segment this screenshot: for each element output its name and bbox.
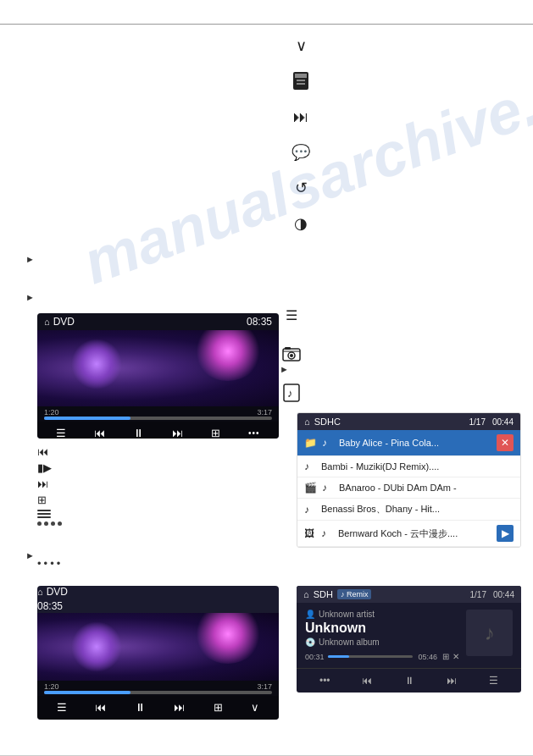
sdh-count: 1/17: [470, 590, 486, 599]
progress-bar-bg-bottom[interactable]: [44, 691, 272, 694]
sdh-controls: ••• ⏮ ⏸ ⏭ ☰: [297, 668, 521, 693]
arrow-marker-2: ►: [25, 292, 35, 302]
svg-rect-3: [297, 83, 305, 85]
next-ctrl-bottom[interactable]: ⏭: [170, 699, 188, 715]
brightness-icon[interactable]: ◑: [289, 212, 313, 235]
menu-ctrl-bottom[interactable]: ☰: [53, 699, 70, 715]
dvd-time-bottom: 08:35: [37, 600, 63, 612]
dot3: •: [50, 557, 54, 570]
dvd-player-top: ⌂ DVD 08:35 1:20 3:17 ☰ ⏮ ⏸ ⏭ ⊞ •••: [37, 313, 279, 439]
sdhc-source: SDHC: [314, 417, 341, 427]
arrow-marker-1: ►: [25, 254, 35, 264]
dots-small[interactable]: [37, 521, 62, 526]
prev-ctrl-top[interactable]: ⏮: [91, 425, 108, 439]
svg-rect-5: [285, 347, 291, 350]
playlist-item-1[interactable]: 📁 ♪ Baby Alice - Pina Cola... ✕: [297, 430, 520, 456]
grid-ctrl-bottom[interactable]: ⊞: [210, 699, 226, 715]
item-text-2: Bambi - Muziki(DJ Remix)....: [321, 461, 514, 472]
progress-bar-fill-bottom: [44, 691, 130, 694]
player-controls-top: ☰ ⏮ ⏸ ⏭ ⊞ •••: [37, 422, 279, 439]
playlist-item-2[interactable]: ♪ Bambi - Muziki(DJ Remix)....: [297, 456, 520, 477]
sdh-progress[interactable]: 00:31 05:46 ⊞ ✕: [305, 652, 459, 661]
playlist-item-4[interactable]: ♪ Benassi Bros、Dhany - Hit...: [297, 499, 520, 521]
close-btn-1[interactable]: ✕: [497, 434, 514, 451]
next-small[interactable]: ⏭: [37, 477, 48, 490]
dvd-video-area-top: [37, 330, 279, 406]
ctrl-row-5: [37, 510, 62, 518]
ctrl-row-6: [37, 521, 62, 526]
expand-ctrl-bottom[interactable]: ∨: [247, 699, 263, 715]
sdh-list[interactable]: ☰: [485, 673, 502, 688]
progress-area-bottom: 1:20 3:17: [37, 681, 279, 696]
sdh-badge: ♪ Remix: [337, 589, 372, 599]
svg-rect-2: [297, 80, 305, 81]
dvd-header-top: ⌂ DVD 08:35: [37, 313, 279, 330]
bubble-icon[interactable]: 💬: [289, 141, 313, 164]
menu-ctrl-top[interactable]: ☰: [53, 425, 69, 439]
sdh-next[interactable]: ⏭: [442, 673, 461, 688]
sdhc-count: 1/17: [469, 417, 486, 427]
grid-small[interactable]: ⊞: [37, 494, 47, 506]
item-text-3: BAnaroo - DUbi DAm DAm -: [339, 483, 514, 493]
sdhc-header-right: 1/17 00:44: [469, 417, 514, 427]
dvd-source-bottom: DVD: [47, 586, 68, 598]
bottom-dots-left: • • • •: [37, 557, 60, 570]
playlist-item-3[interactable]: 🎬 ♪ BAnaroo - DUbi DAm DAm -: [297, 477, 520, 499]
svg-text:♪: ♪: [287, 387, 293, 400]
chevron-down-icon[interactable]: ∨: [289, 34, 313, 58]
sdh-artist: 👤 Unknown artist: [305, 610, 459, 619]
more-ctrl-top[interactable]: •••: [245, 427, 264, 439]
sdh-pause[interactable]: ⏸: [400, 673, 419, 688]
music-icon-2: ♪: [304, 461, 316, 472]
sdh-prev[interactable]: ⏮: [358, 673, 376, 688]
repeat-icon[interactable]: ↺: [289, 176, 313, 200]
music-note-icon[interactable]: ♪: [280, 381, 303, 405]
pause-ctrl-bottom[interactable]: ⏸: [131, 699, 149, 715]
dvd-player-bottom: ⌂ DVD 08:35 1:20 3:17 ☰ ⏮ ⏸ ⏭ ⊞ ∨ ⊞ A-B …: [37, 586, 279, 720]
dot2: •: [44, 557, 48, 570]
sdh-source: SDH: [314, 589, 333, 599]
sdh-close-icon[interactable]: ✕: [452, 652, 459, 661]
sdh-header: ⌂ SDH ♪ Remix 1/17 00:44: [297, 586, 521, 603]
svg-point-7: [290, 354, 293, 357]
sdh-progress-bg[interactable]: [328, 655, 414, 658]
sdh-expand-icon[interactable]: ⊞: [442, 652, 449, 661]
prev-ctrl-bottom[interactable]: ⏮: [92, 699, 109, 715]
item-text-5: Bernward Koch - 云中漫步....: [338, 527, 491, 540]
music-icon-4: ♪: [304, 504, 316, 516]
list-icon-small[interactable]: [37, 510, 51, 518]
list-icon[interactable]: ☰: [280, 303, 303, 327]
item-text-1: Baby Alice - Pina Cola...: [339, 438, 491, 448]
folder-photo-icon[interactable]: [280, 342, 303, 366]
sdh-artwork: ♪: [466, 610, 513, 656]
time-labels-top: 1:20 3:17: [44, 408, 272, 417]
right-icon-column: ∨ ⏭ 💬 ↺ ◑: [289, 34, 313, 235]
skip-next-icon[interactable]: ⏭: [289, 105, 313, 129]
sdh-dots[interactable]: •••: [315, 673, 335, 688]
dot1: •: [37, 557, 42, 570]
music-icon-5: ♪: [321, 527, 333, 539]
next-ctrl-top[interactable]: ⏭: [169, 425, 186, 439]
prev-small[interactable]: ⏮: [37, 445, 48, 458]
ctrl-row-3: ⏭: [37, 477, 62, 490]
player-controls-bottom-row1: ☰ ⏮ ⏸ ⏭ ⊞ ∨: [37, 696, 279, 719]
music-icon-1: ♪: [322, 437, 334, 449]
dvd-source-top: DVD: [53, 316, 75, 328]
time-labels-bottom: 1:20 3:17: [44, 682, 272, 691]
dot4: •: [57, 557, 61, 570]
ctrl-row-2: ▮▶: [37, 461, 62, 474]
item-text-4: Benassi Bros、Dhany - Hit...: [321, 503, 514, 516]
sdh-info: 👤 Unknown artist Unknown 💿 Unknown album…: [305, 610, 459, 661]
grid-ctrl-top[interactable]: ⊞: [208, 425, 224, 439]
bookmark-icon[interactable]: [289, 69, 313, 93]
sdh-content: 👤 Unknown artist Unknown 💿 Unknown album…: [297, 603, 521, 668]
sdhc-panel: ⌂ SDHC 1/17 00:44 📁 ♪ Baby Alice - Pina …: [297, 412, 521, 548]
dvd-video-area-bottom: [37, 613, 279, 681]
sdh-panel: ⌂ SDH ♪ Remix 1/17 00:44 👤 Unknown artis…: [297, 586, 521, 693]
pause-ctrl-top[interactable]: ⏸: [130, 425, 147, 439]
playlist-item-5[interactable]: 🖼 ♪ Bernward Koch - 云中漫步.... ▶: [297, 521, 520, 547]
progress-bar-bg-top[interactable]: [44, 417, 272, 420]
play-btn-5[interactable]: ▶: [497, 525, 514, 542]
play-small[interactable]: ▮▶: [37, 461, 52, 474]
top-divider: [0, 24, 533, 25]
